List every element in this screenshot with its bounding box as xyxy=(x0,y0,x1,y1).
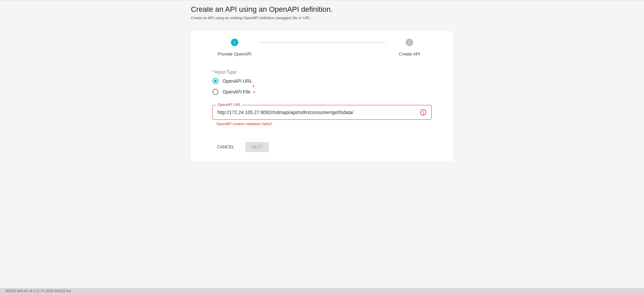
radio-button-icon xyxy=(212,89,218,95)
step-label-2: Create API xyxy=(399,51,420,57)
required-asterisk: * xyxy=(212,69,214,74)
form-area: *Input Type OpenAPI URL OpenAPI File xyxy=(191,69,453,126)
step-number-1: 1 xyxy=(234,40,236,44)
button-row: CANCEL NEXT xyxy=(191,126,453,152)
radio-file-label: OpenAPI File xyxy=(223,89,250,95)
openapi-url-input[interactable] xyxy=(213,105,420,119)
page-subtitle: Create an API using an existing OpenAPI … xyxy=(191,16,453,20)
input-type-label: *Input Type xyxy=(212,69,432,75)
openapi-url-field-border: OpenAPI URL xyxy=(212,105,432,120)
openapi-url-error-text: OpenAPI content validation failed! xyxy=(216,122,432,126)
openapi-url-field-wrap: OpenAPI URL OpenAPI content validation f… xyxy=(212,105,432,126)
footer: WSO2 API-M v3.1.0 | © 2020 WSO2 Inc xyxy=(0,288,644,294)
step-create-api: 2 Create API xyxy=(386,39,433,57)
stepper: 1 Provide OpenAPI 2 Create API xyxy=(191,39,453,65)
step-circle-1: 1 xyxy=(231,39,238,46)
step-circle-2: 2 xyxy=(406,39,413,46)
openapi-url-legend: OpenAPI URL xyxy=(216,103,242,107)
svg-point-2 xyxy=(423,114,424,114)
step-number-2: 2 xyxy=(408,40,410,44)
radio-openapi-file[interactable]: OpenAPI File xyxy=(212,89,432,95)
step-connector xyxy=(258,42,386,43)
input-type-text: Input Type xyxy=(215,69,237,75)
radio-url-label: OpenAPI URL xyxy=(223,78,252,84)
next-button[interactable]: NEXT xyxy=(245,142,269,152)
step-provide-openapi[interactable]: 1 Provide OpenAPI xyxy=(211,39,258,57)
error-icon xyxy=(420,109,427,116)
page-title: Create an API using an OpenAPI definitio… xyxy=(191,5,453,14)
radio-button-icon xyxy=(212,78,218,84)
page-header: Create an API using an OpenAPI definitio… xyxy=(191,0,453,22)
footer-text: WSO2 API-M v3.1.0 | © 2020 WSO2 Inc xyxy=(5,289,71,293)
step-label-1: Provide OpenAPI xyxy=(218,51,251,57)
form-card: 1 Provide OpenAPI 2 Create API *Input Ty… xyxy=(191,31,453,161)
cancel-button[interactable]: CANCEL xyxy=(212,142,239,152)
loading-spinner-icon xyxy=(253,85,258,96)
radio-openapi-url[interactable]: OpenAPI URL xyxy=(212,78,432,84)
